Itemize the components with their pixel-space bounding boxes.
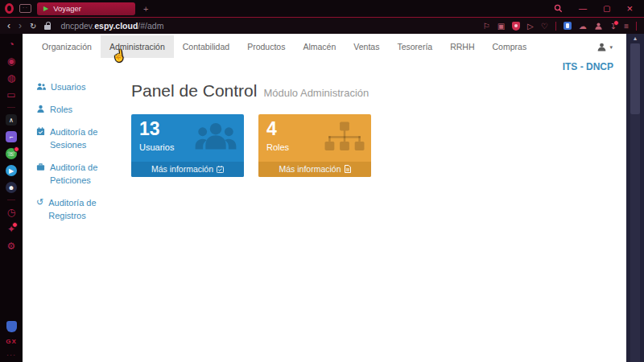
- widget-footer-link[interactable]: Más información: [258, 162, 371, 177]
- nav-item-contabilidad[interactable]: Contabilidad: [174, 35, 238, 58]
- new-tab-button[interactable]: +: [143, 4, 148, 14]
- adblock-shield-icon[interactable]: [512, 22, 520, 31]
- nav-item-productos[interactable]: Productos: [238, 35, 294, 58]
- scroll-thumb[interactable]: [630, 43, 640, 114]
- user-icon: [597, 42, 607, 52]
- gx-mods-icon[interactable]: ◍: [7, 72, 15, 84]
- opera-logo-icon[interactable]: [5, 3, 14, 14]
- sidebar-item-label: Roles: [50, 104, 116, 117]
- widget-roles: 4 Roles Más información: [258, 114, 371, 177]
- telegram-icon[interactable]: ▶: [6, 165, 17, 176]
- body-row: ◔ ◉ ◍ ▭ ∧ ⌐ ☏ ▶ ☻ ◷ ✦ ⚙ GX ··· Organizac…: [0, 34, 644, 362]
- page-scrollbar[interactable]: ▴: [626, 34, 644, 362]
- pin-icon[interactable]: ⚐: [483, 22, 490, 31]
- sidebar-item-auditoria-registros[interactable]: ↺ Auditoría de Registros: [36, 197, 131, 223]
- widget-body: 13 Usuarios: [131, 114, 244, 162]
- toolbar-extensions: ⚐ ▣ ▷ ♡ ☁ ↧ ≡: [483, 22, 637, 31]
- sidebar-setup-icon[interactable]: ···: [6, 351, 16, 359]
- close-button[interactable]: ×: [626, 2, 633, 14]
- content-area: Usuarios Roles Auditoría de Sesiones Aud…: [23, 81, 626, 232]
- gx-corner-icon[interactable]: ◔: [8, 39, 14, 50]
- sidebar-item-label: Auditoría de Sesiones: [50, 126, 116, 152]
- sidebar-item-auditoria-peticiones[interactable]: Auditoría de Peticiones: [36, 162, 131, 187]
- settings-gear-icon[interactable]: ⚙: [7, 241, 16, 252]
- twitch-icon[interactable]: ⌐: [6, 131, 17, 142]
- history-icon[interactable]: ◷: [7, 207, 15, 218]
- extension-icon[interactable]: [564, 22, 572, 30]
- nav-item-rrhh[interactable]: RRHH: [441, 35, 483, 58]
- mouse-cursor: ☝: [111, 48, 127, 63]
- widget-body: 4 Roles: [258, 114, 371, 162]
- sidebar-divider: [7, 200, 15, 200]
- nav-item-almacen[interactable]: Almacén: [294, 35, 345, 58]
- app-sidebar: Usuarios Roles Auditoría de Sesiones Aud…: [23, 81, 131, 232]
- whatsapp-badge: [14, 146, 19, 152]
- toolbar-divider: [555, 22, 556, 31]
- gx-sidebar: ◔ ◉ ◍ ▭ ∧ ⌐ ☏ ▶ ☻ ◷ ✦ ⚙ GX ···: [0, 34, 23, 362]
- page-subtitle: Módulo Administración: [263, 87, 369, 99]
- users-group-icon: [192, 120, 239, 155]
- role-user-icon: [36, 105, 45, 113]
- whatsapp-icon[interactable]: ☏: [6, 148, 17, 159]
- extension-shield-icon[interactable]: [6, 321, 17, 332]
- minimize-button[interactable]: —: [579, 4, 587, 13]
- widgets-row: 13 Usuarios Más información 4: [131, 114, 626, 177]
- page-title-text: Panel de Control: [131, 81, 257, 101]
- file-icon: [345, 165, 351, 173]
- users-icon: [36, 82, 46, 91]
- reload-icon[interactable]: ↻: [30, 22, 36, 31]
- browser-tab[interactable]: ▶ Voyager: [37, 2, 135, 15]
- sidebar-item-label: Auditoría de Peticiones: [50, 162, 116, 187]
- scroll-track[interactable]: [630, 43, 640, 362]
- address-bar[interactable]: dncpdev. espy.cloud /#/adm: [60, 21, 163, 31]
- pinboards-badge: [12, 222, 18, 228]
- nav-item-compras[interactable]: Compras: [484, 35, 536, 58]
- sidebar-item-label: Auditoría de Registros: [48, 197, 114, 223]
- sidebar-divider: [7, 107, 15, 108]
- downloads-icon[interactable]: ↧: [610, 22, 617, 31]
- gx-control-icon[interactable]: ◉: [7, 56, 15, 67]
- pinboards-icon[interactable]: ✦: [7, 224, 15, 235]
- calendar-check-icon: [36, 127, 45, 136]
- address-toolbar: ‹ › ↻ dncpdev. espy.cloud /#/adm ⚐ ▣ ▷ ♡…: [0, 18, 644, 34]
- bookmark-heart-icon[interactable]: ♡: [541, 22, 548, 31]
- briefcase-icon: [36, 162, 45, 171]
- sidebar-item-usuarios[interactable]: Usuarios: [36, 81, 131, 94]
- gx-player-icon[interactable]: ▭: [6, 89, 15, 101]
- widget-usuarios: 13 Usuarios Más información: [131, 114, 244, 177]
- browser-window: ·· ▶ Voyager + — ▢ × ‹ › ↻ dncpdev. espy…: [0, 0, 644, 362]
- nav-item-tesoreria[interactable]: Tesorería: [388, 35, 441, 58]
- back-icon[interactable]: ‹: [7, 21, 10, 31]
- video-popout-icon[interactable]: ▷: [527, 22, 534, 31]
- workspace-icon[interactable]: ··: [19, 4, 31, 13]
- sidebar-item-label: Usuarios: [51, 81, 117, 94]
- url-path: /#/adm: [138, 21, 163, 31]
- flow-cloud-icon[interactable]: ☁: [579, 22, 587, 31]
- tab-strip: ·· ▶ Voyager + — ▢ ×: [0, 0, 644, 17]
- window-controls: — ▢ ×: [554, 2, 639, 14]
- padlock-icon[interactable]: [44, 25, 51, 30]
- page-title: Panel de Control Módulo Administración: [131, 81, 626, 101]
- sitemap-icon: [323, 120, 366, 154]
- maximize-button[interactable]: ▢: [603, 4, 610, 13]
- widget-footer-link[interactable]: Más información: [131, 162, 244, 177]
- sidebar-item-auditoria-sesiones[interactable]: Auditoría de Sesiones: [36, 126, 131, 152]
- main-panel: Panel de Control Módulo Administración 1…: [131, 81, 626, 232]
- user-menu[interactable]: ▾: [597, 42, 613, 52]
- footer-label: Más información: [151, 164, 213, 174]
- discord-icon[interactable]: ☻: [6, 182, 17, 193]
- menu-icon[interactable]: ≡: [624, 22, 629, 31]
- scroll-up-icon[interactable]: ▴: [634, 35, 637, 42]
- nav-item-ventas[interactable]: Ventas: [345, 35, 388, 58]
- sidebar-item-roles[interactable]: Roles: [36, 104, 131, 117]
- search-icon[interactable]: [554, 4, 563, 13]
- nav-item-organizacion[interactable]: Organización: [33, 35, 101, 58]
- gx-logo: GX: [6, 338, 17, 345]
- profile-icon[interactable]: [594, 22, 603, 31]
- footer-label: Más información: [279, 164, 341, 174]
- toolbar-divider: [636, 22, 637, 31]
- history-icon: ↺: [36, 197, 43, 223]
- aria-ai-icon[interactable]: ∧: [6, 114, 17, 125]
- forward-icon[interactable]: ›: [19, 21, 22, 31]
- snapshot-icon[interactable]: ▣: [497, 22, 505, 31]
